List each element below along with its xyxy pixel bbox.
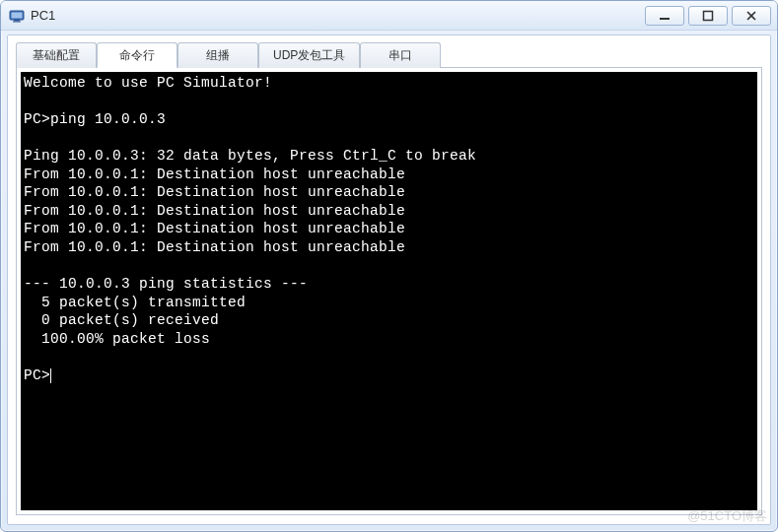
tab-serial[interactable]: 串口 — [360, 42, 441, 68]
tab-multicast[interactable]: 组播 — [177, 42, 258, 68]
app-window: PC1 基础配置 命令行 组播 UDP发包工具 串口 Welcome to us… — [0, 0, 778, 532]
svg-rect-2 — [14, 20, 20, 22]
svg-rect-1 — [12, 12, 23, 18]
tab-label: 组播 — [206, 47, 230, 64]
tab-label: UDP发包工具 — [273, 47, 345, 64]
tab-udp-tool[interactable]: UDP发包工具 — [258, 42, 360, 68]
minimize-button[interactable] — [645, 6, 684, 26]
terminal-prompt: PC> — [24, 367, 50, 383]
terminal-cursor — [50, 368, 51, 383]
terminal-output: Welcome to use PC Simulator! PC>ping 10.… — [24, 75, 476, 347]
tab-command-line[interactable]: 命令行 — [97, 42, 177, 68]
tab-label: 串口 — [389, 47, 412, 64]
tab-panel: Welcome to use PC Simulator! PC>ping 10.… — [16, 67, 762, 515]
tab-label: 命令行 — [119, 47, 155, 64]
close-button[interactable] — [732, 6, 771, 26]
tab-label: 基础配置 — [33, 47, 80, 64]
svg-rect-3 — [13, 21, 21, 22]
svg-rect-4 — [660, 18, 670, 20]
svg-rect-5 — [704, 11, 713, 20]
window-title: PC1 — [31, 8, 55, 23]
titlebar: PC1 — [1, 1, 777, 31]
app-icon — [9, 8, 25, 24]
maximize-button[interactable] — [688, 6, 728, 26]
tab-basic-config[interactable]: 基础配置 — [16, 42, 97, 68]
client-area: 基础配置 命令行 组播 UDP发包工具 串口 Welcome to use PC… — [7, 34, 771, 525]
terminal[interactable]: Welcome to use PC Simulator! PC>ping 10.… — [21, 72, 757, 510]
tab-bar: 基础配置 命令行 组播 UDP发包工具 串口 — [16, 41, 762, 67]
